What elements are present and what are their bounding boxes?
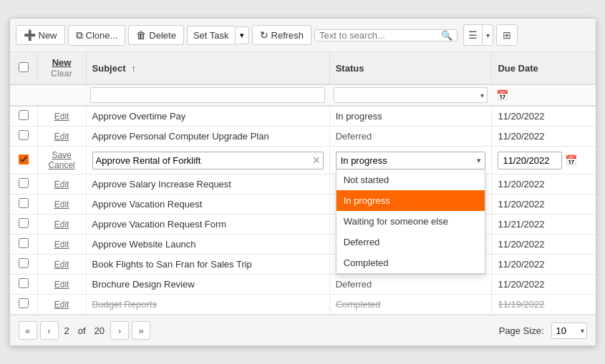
cancel-link[interactable]: Cancel bbox=[44, 160, 80, 170]
of-label: of bbox=[75, 325, 89, 336]
row-checkbox[interactable] bbox=[19, 178, 29, 188]
search-icon: 🔍 bbox=[441, 30, 452, 41]
row-checkbox-cell-editing[interactable] bbox=[10, 147, 38, 174]
page-size-control: Page Size: 10 25 50 100 ▾ bbox=[499, 323, 587, 339]
table-row: Edit Budget Reports Completed 11/19/2022 bbox=[10, 295, 596, 315]
save-link[interactable]: Save bbox=[44, 150, 80, 160]
row-action-cell[interactable]: Edit bbox=[37, 235, 86, 255]
table-row: Edit Approve Personal Computer Upgrade P… bbox=[10, 127, 596, 147]
row-checkbox[interactable] bbox=[19, 298, 29, 308]
refresh-button[interactable]: ↻ Refresh bbox=[252, 25, 312, 45]
view-dropdown-button[interactable]: ▾ bbox=[482, 24, 493, 46]
row-action-cell-editing[interactable]: Save Cancel bbox=[37, 147, 86, 174]
calendar-icon[interactable]: 📅 bbox=[565, 154, 577, 166]
edit-link[interactable]: Edit bbox=[44, 179, 80, 190]
row-checkbox-cell[interactable] bbox=[10, 106, 38, 127]
row-checkbox-cell[interactable] bbox=[10, 215, 38, 235]
edit-link[interactable]: Edit bbox=[44, 132, 80, 142]
filter-due-cell: 📅 bbox=[492, 84, 596, 106]
row-subject-cell: Approve Personal Computer Upgrade Plan bbox=[86, 127, 329, 147]
status-select[interactable]: Not started In progress Waiting for some… bbox=[336, 152, 486, 169]
dropdown-item-in-progress[interactable]: In progress bbox=[337, 190, 485, 211]
row-due-cell: 11/20/2022 bbox=[492, 235, 596, 255]
first-page-button[interactable]: « bbox=[19, 321, 37, 340]
row-status-cell: Deferred bbox=[329, 127, 492, 147]
row-checkbox-cell[interactable] bbox=[10, 195, 38, 215]
due-date-input[interactable] bbox=[498, 152, 562, 169]
toolbar: ➕ New ⧉ Clone... 🗑 Delete Set Task ▾ ↻ R… bbox=[10, 19, 596, 52]
row-checkbox-cell[interactable] bbox=[10, 275, 38, 295]
row-action-cell[interactable]: Edit bbox=[37, 106, 86, 127]
row-action-cell[interactable]: Edit bbox=[37, 215, 86, 235]
row-checkbox[interactable] bbox=[19, 130, 29, 140]
filter-subject-cell[interactable] bbox=[86, 84, 329, 106]
row-due-cell-editing[interactable]: 📅 bbox=[492, 147, 596, 174]
clear-header-link[interactable]: Clear bbox=[51, 69, 72, 79]
edit-link[interactable]: Edit bbox=[44, 200, 80, 210]
row-checkbox-cell[interactable] bbox=[10, 235, 38, 255]
subject-edit-input[interactable] bbox=[92, 152, 324, 169]
page-size-select[interactable]: 10 25 50 100 bbox=[551, 323, 587, 339]
row-action-cell[interactable]: Edit bbox=[37, 195, 86, 215]
clone-button[interactable]: ⧉ Clone... bbox=[68, 25, 126, 46]
row-due-cell: 11/20/2022 bbox=[492, 106, 596, 127]
dropdown-item-waiting[interactable]: Waiting for someone else bbox=[337, 211, 485, 232]
row-checkbox-cell[interactable] bbox=[10, 174, 38, 195]
dropdown-item-completed[interactable]: Completed bbox=[337, 252, 485, 273]
new-button[interactable]: ➕ New bbox=[16, 25, 65, 45]
prev-page-button[interactable]: ‹ bbox=[40, 321, 59, 340]
last-page-button[interactable]: » bbox=[132, 321, 150, 340]
row-action-cell[interactable]: Edit bbox=[37, 127, 86, 147]
filter-calendar-icon[interactable]: 📅 bbox=[496, 89, 508, 101]
grid-icon-button[interactable]: ⊞ bbox=[496, 24, 518, 46]
row-checkbox-editing[interactable] bbox=[19, 154, 29, 164]
view-icon-button[interactable]: ☰ bbox=[463, 24, 482, 46]
trash-icon: 🗑 bbox=[136, 29, 146, 41]
sort-icon[interactable]: ↑ bbox=[131, 63, 136, 74]
edit-link[interactable]: Edit bbox=[44, 260, 80, 270]
row-subject-cell-editing[interactable]: ✕ bbox=[86, 147, 329, 174]
dropdown-item-deferred[interactable]: Deferred bbox=[337, 232, 485, 252]
row-checkbox[interactable] bbox=[19, 110, 29, 120]
set-task-button[interactable]: Set Task bbox=[187, 26, 235, 45]
toolbar-right: ☰ ▾ ⊞ bbox=[463, 24, 518, 46]
edit-link[interactable]: Edit bbox=[44, 220, 80, 230]
search-input[interactable] bbox=[319, 30, 441, 41]
clear-input-icon[interactable]: ✕ bbox=[312, 155, 321, 165]
row-status-cell-editing[interactable]: Not started In progress Waiting for some… bbox=[329, 147, 492, 174]
set-task-dropdown-button[interactable]: ▾ bbox=[235, 26, 249, 44]
edit-link[interactable]: Edit bbox=[44, 280, 80, 290]
next-page-button[interactable]: › bbox=[110, 321, 129, 340]
edit-link[interactable]: Edit bbox=[44, 240, 80, 250]
subject-filter-input[interactable] bbox=[90, 87, 325, 103]
row-checkbox[interactable] bbox=[19, 218, 29, 228]
row-checkbox-cell[interactable] bbox=[10, 127, 38, 147]
table-row: Edit Book Flights to San Fran for Sales … bbox=[10, 255, 596, 275]
search-box[interactable]: 🔍 bbox=[314, 29, 458, 41]
edit-link[interactable]: Edit bbox=[44, 300, 80, 310]
filter-status-cell[interactable]: Not started In progress Waiting for some… bbox=[329, 84, 492, 106]
header-due-date-col: Due Date bbox=[492, 52, 596, 84]
new-header-link[interactable]: New bbox=[52, 57, 72, 68]
delete-button[interactable]: 🗑 Delete bbox=[128, 25, 184, 45]
edit-link[interactable]: Edit bbox=[44, 112, 80, 122]
row-checkbox[interactable] bbox=[19, 258, 29, 268]
row-checkbox[interactable] bbox=[19, 238, 29, 248]
row-due-cell: 11/20/2022 bbox=[492, 174, 596, 195]
dropdown-item-not-started[interactable]: Not started bbox=[337, 169, 485, 190]
row-action-cell[interactable]: Edit bbox=[37, 275, 86, 295]
row-checkbox-cell[interactable] bbox=[10, 255, 38, 275]
current-page: 2 bbox=[62, 325, 72, 336]
row-action-cell[interactable]: Edit bbox=[37, 255, 86, 275]
row-checkbox-cell[interactable] bbox=[10, 295, 38, 315]
row-subject-cell: Brochure Design Review bbox=[86, 275, 329, 295]
data-table: New Clear Subject ↑ Status Due Date bbox=[10, 52, 596, 315]
select-all-checkbox[interactable] bbox=[19, 62, 29, 72]
due-date-cell-editing: 📅 bbox=[498, 152, 589, 169]
row-checkbox[interactable] bbox=[19, 198, 29, 208]
row-action-cell[interactable]: Edit bbox=[37, 174, 86, 195]
row-action-cell[interactable]: Edit bbox=[37, 295, 86, 315]
table-row: Edit Approve Vacation Request Form In pr… bbox=[10, 215, 596, 235]
row-checkbox[interactable] bbox=[19, 278, 29, 288]
status-filter-select[interactable]: Not started In progress Waiting for some… bbox=[334, 87, 488, 103]
